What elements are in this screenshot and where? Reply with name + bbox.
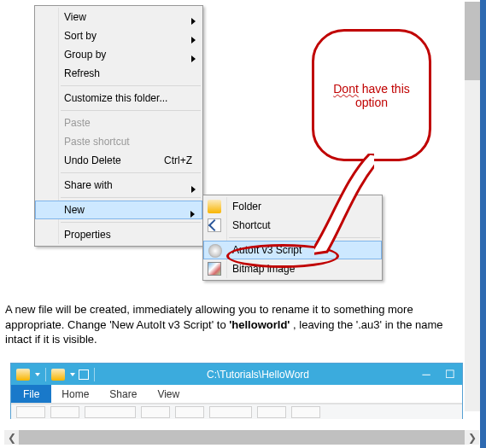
tab-home[interactable]: Home bbox=[51, 385, 99, 403]
paragraph-bold: 'helloworld' bbox=[229, 318, 290, 331]
separator bbox=[45, 368, 46, 381]
submenu-label: AutoIt v3 Script bbox=[232, 244, 302, 256]
menu-label: Paste shortcut bbox=[64, 136, 130, 148]
page-right-border bbox=[480, 0, 486, 448]
submenu-item-shortcut[interactable]: Shortcut bbox=[203, 216, 382, 235]
menu-shortcut: Ctrl+Z bbox=[164, 151, 192, 170]
minimize-button[interactable]: ─ bbox=[414, 366, 438, 383]
menu-separator bbox=[61, 172, 201, 173]
shortcut-icon bbox=[208, 218, 221, 232]
tab-file[interactable]: File bbox=[11, 385, 51, 403]
menu-item-undo-delete[interactable]: Undo Delete Ctrl+Z bbox=[35, 151, 202, 170]
toolbar-button[interactable] bbox=[16, 406, 45, 418]
scroll-right-button[interactable]: ❯ bbox=[465, 430, 479, 445]
explorer-titlebar[interactable]: C:\Tutorials\HelloWord ─ ☐ bbox=[11, 364, 462, 385]
tab-share[interactable]: Share bbox=[99, 385, 147, 403]
menu-separator bbox=[61, 197, 201, 198]
menu-separator bbox=[61, 110, 201, 111]
menu-item-new[interactable]: New bbox=[35, 201, 202, 219]
toolbar-button[interactable] bbox=[257, 406, 286, 418]
folder-icon bbox=[208, 200, 221, 213]
menu-item-paste: Paste bbox=[35, 113, 202, 132]
context-menu: View Sort by Group by Refresh Customize … bbox=[34, 5, 203, 247]
menu-item-group-by[interactable]: Group by bbox=[35, 45, 202, 64]
menu-item-sort-by[interactable]: Sort by bbox=[35, 26, 202, 45]
autoit-icon bbox=[208, 244, 222, 258]
explorer-ribbon-tabs: File Home Share View bbox=[11, 385, 462, 404]
menu-item-refresh[interactable]: Refresh bbox=[35, 64, 202, 83]
menu-label: Share with bbox=[64, 179, 113, 191]
menu-label: Properties bbox=[64, 229, 111, 241]
menu-separator bbox=[61, 85, 201, 86]
toolbar-button[interactable] bbox=[175, 406, 204, 418]
menu-separator bbox=[229, 237, 380, 238]
menu-item-paste-shortcut: Paste shortcut bbox=[35, 132, 202, 151]
menu-label: View bbox=[64, 11, 86, 23]
scroll-left-button[interactable]: ❮ bbox=[4, 430, 19, 445]
submenu-item-folder[interactable]: Folder bbox=[203, 197, 382, 216]
chevron-down-icon bbox=[70, 373, 75, 376]
toolbar-button[interactable] bbox=[209, 406, 252, 418]
horizontal-scrollbar-thumb[interactable] bbox=[19, 430, 465, 445]
window-title: C:\Tutorials\HelloWord bbox=[102, 369, 414, 381]
menu-item-view[interactable]: View bbox=[35, 8, 202, 26]
menu-label: Refresh bbox=[64, 67, 100, 79]
file-explorer-window: C:\Tutorials\HelloWord ─ ☐ File Home Sha… bbox=[10, 363, 463, 419]
maximize-button[interactable]: ☐ bbox=[438, 366, 462, 383]
menu-label: Paste bbox=[64, 117, 91, 129]
tab-view[interactable]: View bbox=[147, 385, 190, 403]
submenu-label: Bitmap image bbox=[232, 263, 295, 275]
horizontal-scrollbar[interactable]: ❮ ❯ bbox=[4, 430, 479, 445]
separator bbox=[94, 368, 95, 381]
chevron-right-icon bbox=[191, 180, 196, 199]
menu-label: Group by bbox=[64, 49, 106, 61]
submenu-new: Folder Shortcut AutoIt v3 Script Bitmap … bbox=[202, 195, 383, 281]
menu-separator bbox=[61, 222, 201, 223]
properties-icon bbox=[79, 369, 89, 380]
toolbar-button[interactable] bbox=[141, 406, 170, 418]
callout-text: Dont have this option bbox=[333, 82, 410, 109]
quick-access-toolbar[interactable] bbox=[11, 368, 102, 381]
submenu-item-autoit-script[interactable]: AutoIt v3 Script bbox=[203, 241, 382, 259]
annotation-callout: Dont have this option bbox=[312, 29, 431, 161]
vertical-scrollbar-thumb[interactable] bbox=[465, 2, 480, 80]
toolbar-button[interactable] bbox=[291, 406, 320, 418]
folder-icon bbox=[51, 369, 65, 381]
chevron-down-icon bbox=[35, 373, 40, 376]
menu-label: Sort by bbox=[64, 30, 97, 42]
submenu-item-bitmap-image[interactable]: Bitmap image bbox=[203, 259, 382, 278]
menu-label: New bbox=[64, 204, 85, 216]
menu-label: Customize this folder... bbox=[64, 92, 167, 104]
folder-icon bbox=[16, 369, 30, 381]
chevron-right-icon bbox=[190, 206, 195, 223]
bitmap-icon bbox=[208, 262, 221, 276]
instruction-paragraph: A new file will be created, immediately … bbox=[5, 302, 449, 347]
menu-label: Undo Delete bbox=[64, 154, 121, 166]
submenu-label: Shortcut bbox=[232, 219, 271, 231]
toolbar-button[interactable] bbox=[50, 406, 79, 418]
menu-item-share-with[interactable]: Share with bbox=[35, 176, 202, 195]
menu-item-properties[interactable]: Properties bbox=[35, 225, 202, 244]
submenu-label: Folder bbox=[232, 201, 261, 212]
toolbar-button[interactable] bbox=[85, 406, 136, 418]
menu-item-customize-folder[interactable]: Customize this folder... bbox=[35, 89, 202, 108]
explorer-toolbar bbox=[11, 404, 462, 419]
